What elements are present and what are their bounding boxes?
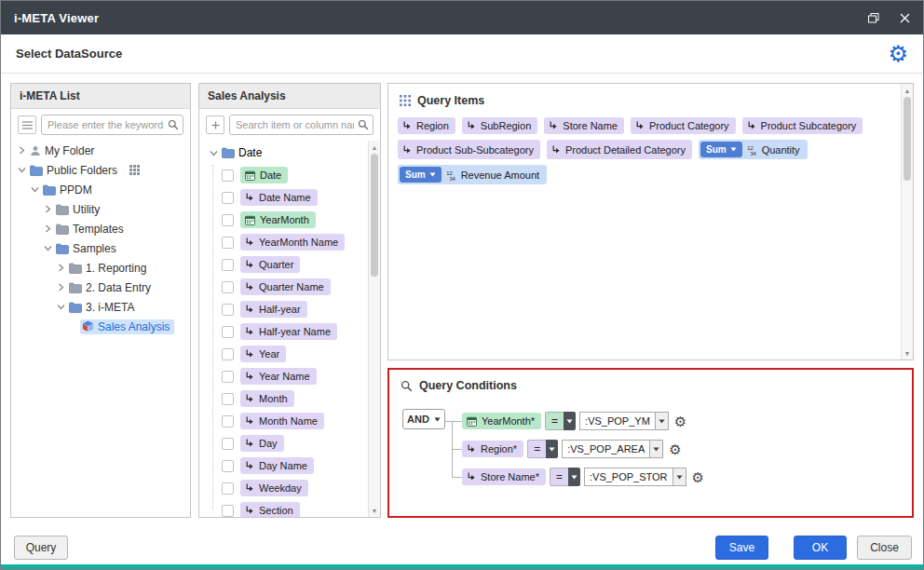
condition-value-input[interactable]: :VS_POP_STOR bbox=[584, 468, 673, 486]
field-checkbox[interactable] bbox=[222, 348, 234, 360]
value-dropdown[interactable] bbox=[673, 468, 686, 486]
list-view-icon[interactable] bbox=[18, 115, 36, 134]
field-checkbox[interactable] bbox=[222, 371, 234, 383]
imeta-tree-item[interactable]: Samples bbox=[11, 238, 190, 258]
restore-window-icon[interactable] bbox=[868, 13, 879, 23]
aggregation-dropdown[interactable]: Sum bbox=[400, 167, 442, 183]
field-pill[interactable]: Region bbox=[398, 117, 455, 134]
measure-pill[interactable]: Sum1234Revenue Amount bbox=[398, 165, 547, 184]
field-checkbox[interactable] bbox=[222, 393, 234, 405]
chevron-down-icon[interactable] bbox=[28, 186, 41, 193]
field-pill[interactable]: Weekday bbox=[240, 480, 308, 496]
scrollbar-thumb[interactable] bbox=[904, 97, 911, 181]
scroll-down-icon[interactable]: ▼ bbox=[902, 347, 913, 359]
chevron-down-icon[interactable] bbox=[54, 304, 67, 310]
imeta-search-input[interactable] bbox=[41, 115, 183, 135]
field-checkbox[interactable] bbox=[222, 505, 234, 517]
ok-button[interactable]: OK bbox=[794, 536, 847, 560]
field-pill[interactable]: Store Name bbox=[544, 117, 624, 134]
field-checkbox[interactable] bbox=[222, 259, 234, 271]
value-dropdown[interactable] bbox=[650, 440, 663, 458]
imeta-tree-item[interactable]: 1. Reporting bbox=[11, 258, 190, 278]
close-button[interactable]: Close bbox=[857, 536, 912, 560]
gear-icon[interactable]: ⚙ bbox=[674, 414, 686, 428]
close-icon[interactable] bbox=[900, 13, 910, 23]
field-pill[interactable]: Month bbox=[240, 390, 294, 407]
field-pill[interactable]: Half-year bbox=[240, 301, 307, 318]
field-pill[interactable]: YearMonth Name bbox=[240, 234, 345, 251]
value-dropdown[interactable] bbox=[656, 412, 669, 430]
field-pill[interactable]: Year bbox=[240, 346, 286, 362]
scroll-up-icon[interactable]: ▲ bbox=[902, 85, 913, 96]
field-pill[interactable]: Store Name* bbox=[462, 468, 546, 485]
operator-dropdown[interactable] bbox=[568, 468, 580, 486]
condition-value-input[interactable]: :VS_POP_YM bbox=[579, 412, 656, 430]
gear-icon[interactable]: ⚙ bbox=[692, 470, 704, 484]
chevron-right-icon[interactable] bbox=[54, 264, 67, 272]
field-pill[interactable]: YearMonth bbox=[240, 211, 316, 228]
field-pill[interactable]: SubRegion bbox=[462, 117, 537, 134]
query-button[interactable]: Query bbox=[14, 536, 68, 560]
gear-icon[interactable]: ⚙ bbox=[669, 442, 681, 456]
field-checkbox[interactable] bbox=[222, 460, 234, 472]
imeta-tree-item[interactable]: My Folder bbox=[11, 141, 190, 160]
measure-pill[interactable]: Sum1234Quantity bbox=[699, 140, 808, 159]
chevron-down-icon[interactable] bbox=[41, 245, 54, 251]
field-pill[interactable]: Quarter Name bbox=[240, 278, 331, 295]
chevron-right-icon[interactable] bbox=[41, 205, 54, 213]
settings-gear-icon[interactable]: ⚙ bbox=[888, 43, 908, 65]
field-pill[interactable]: Half-year Name bbox=[240, 323, 337, 340]
field-tree-scrollbar[interactable]: ▲ ▼ bbox=[368, 141, 380, 517]
aggregation-dropdown[interactable]: Sum bbox=[700, 142, 742, 157]
field-pill[interactable]: Product Subcategory bbox=[742, 117, 863, 134]
imeta-tree-item[interactable]: Templates bbox=[11, 219, 190, 238]
imeta-tree-item[interactable]: 3. i-META bbox=[11, 297, 190, 317]
search-icon[interactable] bbox=[168, 119, 179, 130]
field-checkbox[interactable] bbox=[222, 281, 234, 293]
logic-operator-dropdown[interactable]: AND bbox=[402, 409, 445, 429]
imeta-tree-item[interactable]: Utility bbox=[11, 199, 190, 219]
operator-value[interactable]: = bbox=[527, 440, 546, 458]
field-pill[interactable]: Product Category bbox=[631, 117, 736, 134]
imeta-tree-item[interactable]: Sales Analysis bbox=[11, 317, 190, 336]
field-pill[interactable]: Date bbox=[240, 167, 288, 183]
query-items-scrollbar[interactable]: ▲ ▼ bbox=[901, 84, 913, 360]
field-pill[interactable]: Quarter bbox=[240, 256, 300, 273]
imeta-tree-item[interactable]: 2. Data Entry bbox=[11, 278, 190, 297]
save-button[interactable]: Save bbox=[715, 536, 768, 560]
scroll-down-icon[interactable]: ▼ bbox=[369, 505, 380, 516]
field-pill[interactable]: Day Name bbox=[240, 457, 314, 474]
field-checkbox[interactable] bbox=[222, 482, 234, 495]
chevron-right-icon[interactable] bbox=[41, 224, 54, 233]
field-pill[interactable]: YearMonth* bbox=[462, 413, 541, 429]
field-pill[interactable]: Region* bbox=[462, 441, 523, 457]
operator-dropdown[interactable] bbox=[564, 412, 576, 430]
scroll-up-icon[interactable]: ▲ bbox=[369, 142, 380, 153]
field-pill[interactable]: Day bbox=[240, 435, 284, 452]
operator-value[interactable]: = bbox=[550, 468, 568, 486]
chevron-down-icon[interactable] bbox=[207, 150, 220, 156]
imeta-tree-item[interactable]: PPDM bbox=[11, 180, 190, 199]
field-pill[interactable]: Section bbox=[240, 502, 300, 517]
field-checkbox[interactable] bbox=[222, 170, 234, 182]
field-checkbox[interactable] bbox=[222, 214, 234, 226]
field-checkbox[interactable] bbox=[222, 438, 234, 450]
field-pill[interactable]: Product Sub-Subcategory bbox=[398, 140, 540, 159]
operator-dropdown[interactable] bbox=[546, 440, 558, 458]
field-checkbox[interactable] bbox=[222, 304, 234, 316]
field-checkbox[interactable] bbox=[222, 237, 234, 249]
operator-value[interactable]: = bbox=[545, 412, 564, 430]
expand-all-icon[interactable] bbox=[206, 115, 224, 134]
field-folder-row[interactable]: Date bbox=[199, 142, 368, 164]
field-pill[interactable]: Month Name bbox=[240, 413, 324, 429]
search-icon[interactable] bbox=[358, 119, 369, 130]
scrollbar-thumb[interactable] bbox=[371, 154, 378, 277]
field-checkbox[interactable] bbox=[222, 415, 234, 428]
field-pill[interactable]: Product Detailed Category bbox=[547, 140, 692, 159]
imeta-tree-item[interactable]: Public Folders bbox=[11, 160, 190, 180]
chevron-right-icon[interactable] bbox=[15, 146, 28, 155]
chevron-right-icon[interactable] bbox=[54, 283, 67, 292]
grid-icon[interactable] bbox=[129, 165, 140, 175]
field-checkbox[interactable] bbox=[222, 192, 234, 204]
field-pill[interactable]: Year Name bbox=[240, 368, 317, 385]
